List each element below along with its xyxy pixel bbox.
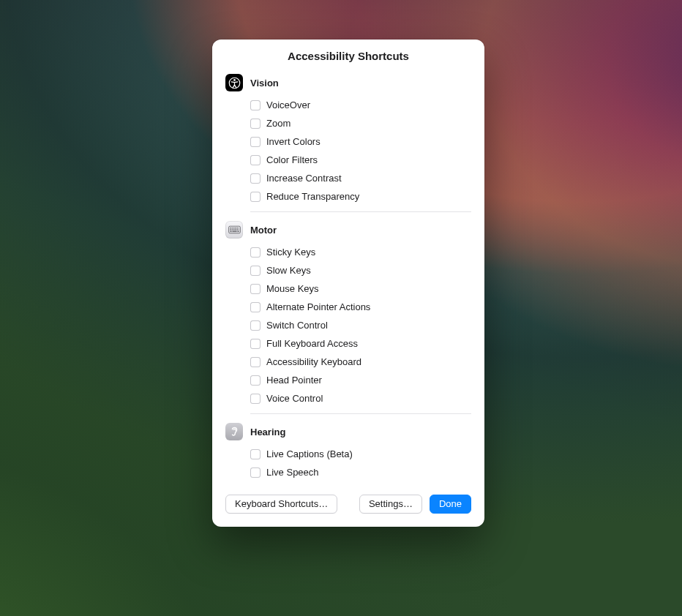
live-captions-row[interactable]: Live Captions (Beta) bbox=[250, 445, 471, 463]
window-content: Vision VoiceOver Zoom Invert Colors Col bbox=[212, 70, 484, 484]
switch-control-label: Switch Control bbox=[266, 320, 328, 331]
vision-section-header: Vision bbox=[225, 72, 471, 96]
full-keyboard-access-checkbox[interactable] bbox=[250, 339, 261, 349]
svg-rect-11 bbox=[233, 229, 234, 230]
voice-control-label: Voice Control bbox=[266, 393, 323, 404]
slow-keys-label: Slow Keys bbox=[266, 265, 311, 276]
svg-rect-5 bbox=[233, 228, 234, 229]
vision-section: Vision VoiceOver Zoom Invert Colors Col bbox=[225, 70, 471, 212]
full-keyboard-access-row[interactable]: Full Keyboard Access bbox=[250, 334, 471, 353]
live-speech-label: Live Speech bbox=[266, 467, 319, 478]
keyboard-shortcuts-button[interactable]: Keyboard Shortcuts… bbox=[225, 495, 337, 514]
accessibility-shortcuts-window: Accessibility Shortcuts Vision VoiceOver bbox=[212, 40, 484, 527]
motor-section-header: Motor bbox=[225, 219, 471, 243]
zoom-row[interactable]: Zoom bbox=[250, 114, 471, 132]
svg-rect-16 bbox=[232, 231, 236, 233]
live-speech-checkbox[interactable] bbox=[250, 467, 261, 478]
sticky-keys-checkbox[interactable] bbox=[250, 247, 261, 258]
hearing-section-header: Hearing bbox=[225, 421, 471, 445]
reduce-transparency-row[interactable]: Reduce Transparency bbox=[250, 187, 471, 206]
switch-control-row[interactable]: Switch Control bbox=[250, 316, 471, 334]
increase-contrast-label: Increase Contrast bbox=[266, 173, 342, 184]
mouse-keys-label: Mouse Keys bbox=[266, 283, 319, 294]
svg-rect-17 bbox=[237, 231, 239, 233]
window-title: Accessibility Shortcuts bbox=[212, 50, 484, 70]
increase-contrast-row[interactable]: Increase Contrast bbox=[250, 169, 471, 187]
mouse-keys-row[interactable]: Mouse Keys bbox=[250, 279, 471, 298]
hearing-section-title: Hearing bbox=[250, 427, 285, 437]
accessibility-icon bbox=[225, 74, 243, 91]
alternate-pointer-actions-label: Alternate Pointer Actions bbox=[266, 301, 370, 312]
slow-keys-row[interactable]: Slow Keys bbox=[250, 261, 471, 279]
slow-keys-checkbox[interactable] bbox=[250, 266, 261, 276]
svg-rect-7 bbox=[236, 228, 238, 229]
svg-rect-10 bbox=[231, 229, 233, 230]
settings-button[interactable]: Settings… bbox=[359, 495, 422, 514]
svg-rect-4 bbox=[231, 228, 233, 229]
reduce-transparency-checkbox[interactable] bbox=[250, 192, 261, 202]
reduce-transparency-label: Reduce Transparency bbox=[266, 191, 359, 202]
zoom-checkbox[interactable] bbox=[250, 119, 261, 129]
color-filters-label: Color Filters bbox=[266, 154, 318, 165]
window-footer: Keyboard Shortcuts… Settings… Done bbox=[212, 484, 484, 527]
done-button[interactable]: Done bbox=[430, 495, 471, 514]
keyboard-icon bbox=[225, 221, 243, 238]
full-keyboard-access-label: Full Keyboard Access bbox=[266, 338, 358, 349]
color-filters-checkbox[interactable] bbox=[250, 155, 261, 165]
mouse-keys-checkbox[interactable] bbox=[250, 284, 261, 294]
svg-rect-8 bbox=[238, 228, 239, 229]
vision-section-title: Vision bbox=[250, 78, 279, 89]
live-captions-checkbox[interactable] bbox=[250, 449, 261, 459]
live-captions-label: Live Captions (Beta) bbox=[266, 448, 353, 459]
voiceover-checkbox[interactable] bbox=[250, 100, 261, 110]
svg-rect-15 bbox=[230, 231, 231, 233]
invert-colors-checkbox[interactable] bbox=[250, 137, 261, 147]
svg-rect-12 bbox=[235, 229, 236, 230]
vision-items: VoiceOver Zoom Invert Colors Color Filte… bbox=[225, 96, 471, 206]
accessibility-keyboard-row[interactable]: Accessibility Keyboard bbox=[250, 353, 471, 371]
increase-contrast-checkbox[interactable] bbox=[250, 173, 261, 184]
head-pointer-checkbox[interactable] bbox=[250, 375, 261, 386]
ear-icon bbox=[225, 423, 243, 440]
invert-colors-row[interactable]: Invert Colors bbox=[250, 132, 471, 151]
sticky-keys-row[interactable]: Sticky Keys bbox=[250, 243, 471, 261]
head-pointer-label: Head Pointer bbox=[266, 375, 322, 386]
svg-point-1 bbox=[233, 79, 236, 81]
svg-rect-9 bbox=[230, 229, 231, 230]
svg-rect-6 bbox=[235, 228, 236, 229]
motor-items: Sticky Keys Slow Keys Mouse Keys Alterna… bbox=[225, 243, 471, 407]
svg-rect-13 bbox=[236, 229, 238, 230]
accessibility-keyboard-checkbox[interactable] bbox=[250, 357, 261, 367]
voiceover-label: VoiceOver bbox=[266, 99, 310, 110]
svg-rect-3 bbox=[230, 228, 231, 229]
hearing-section: Hearing Live Captions (Beta) Live Speech bbox=[225, 414, 471, 481]
color-filters-row[interactable]: Color Filters bbox=[250, 151, 471, 169]
voiceover-row[interactable]: VoiceOver bbox=[250, 96, 471, 114]
alternate-pointer-actions-row[interactable]: Alternate Pointer Actions bbox=[250, 298, 471, 316]
alternate-pointer-actions-checkbox[interactable] bbox=[250, 302, 261, 312]
sticky-keys-label: Sticky Keys bbox=[266, 247, 315, 258]
zoom-label: Zoom bbox=[266, 118, 291, 129]
switch-control-checkbox[interactable] bbox=[250, 320, 261, 331]
invert-colors-label: Invert Colors bbox=[266, 136, 321, 147]
motor-section-title: Motor bbox=[250, 225, 277, 236]
accessibility-keyboard-label: Accessibility Keyboard bbox=[266, 356, 361, 367]
live-speech-row[interactable]: Live Speech bbox=[250, 463, 471, 481]
hearing-items: Live Captions (Beta) Live Speech bbox=[225, 445, 471, 481]
motor-section: Motor Sticky Keys Slow Keys Mouse Keys bbox=[225, 212, 471, 414]
voice-control-checkbox[interactable] bbox=[250, 394, 261, 404]
voice-control-row[interactable]: Voice Control bbox=[250, 389, 471, 407]
head-pointer-row[interactable]: Head Pointer bbox=[250, 371, 471, 389]
svg-rect-14 bbox=[238, 229, 239, 230]
